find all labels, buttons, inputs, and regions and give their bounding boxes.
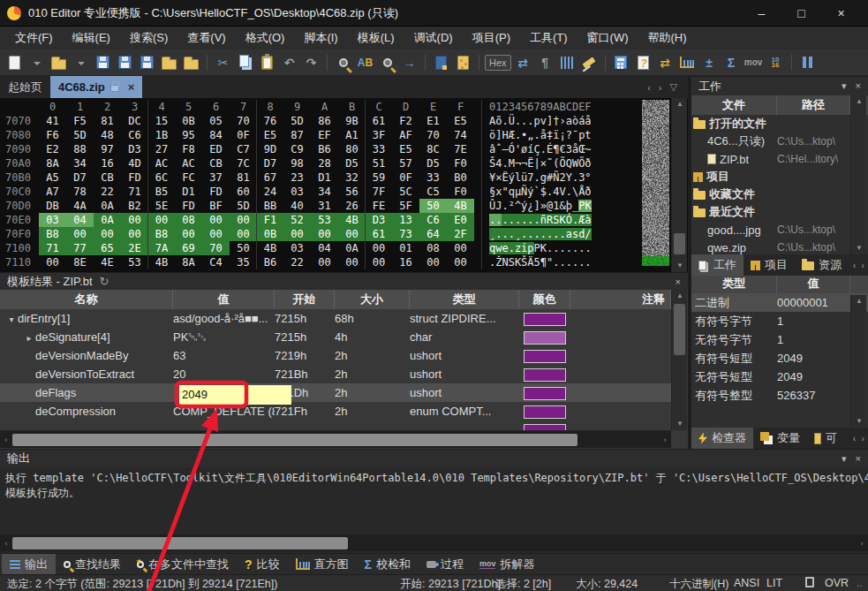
field-value[interactable] [173,421,275,430]
status-charset[interactable]: ANSI [734,577,759,589]
hex-byte[interactable]: 81 [230,170,257,185]
hex-byte[interactable]: B2 [121,199,148,213]
hex-byte[interactable]: 28 [311,156,338,170]
hex-byte[interactable]: AF [392,128,419,142]
hex-byte[interactable]: 03 [39,213,66,227]
inspector-row-unsigned-short[interactable]: 无符号短型2049 [691,367,868,386]
hex-byte[interactable]: 8E [66,255,94,269]
new-file-button[interactable] [4,52,25,73]
template-col-5[interactable]: 颜色 [519,290,570,309]
hex-ascii[interactable]: ¸...¸.......asd/ [481,227,592,241]
cut-button[interactable]: ✂ [213,52,233,73]
hex-ascii[interactable]: ö]HÆ.•„.å‡ï¡?¯pt [481,128,592,142]
hex-row-70C0[interactable]: 70C0A7782271B5D1FD60240334567F5CC5F0§x"q… [0,185,688,199]
tree-item-open-file-zipbt[interactable]: ZIP.btC:\Hel...itory\ [691,150,868,168]
hex-byte[interactable]: 4B [256,241,283,255]
output-menu-icon[interactable]: ▾ [842,453,847,465]
hex-byte[interactable]: 00 [230,213,257,227]
tree-item-recent-files[interactable]: 最近文件 [691,203,868,221]
field-value[interactable]: PK␁␂ [173,328,275,346]
hex-byte[interactable]: 00 [175,227,202,241]
hex-row-70F0[interactable]: 70F0B8000000B80000000B0000006173642F¸...… [0,227,688,241]
dock-tab-scroll-left-icon[interactable]: ‹ [853,433,857,443]
find-in-files-button[interactable] [377,52,397,73]
hex-byte[interactable]: D3 [365,213,392,227]
hex-byte[interactable]: 00 [94,227,121,241]
hex-byte[interactable]: 98 [283,156,311,170]
maximize-button[interactable]: □ [781,6,821,20]
work-tab-project[interactable]: 项目 [743,254,795,276]
hex-byte[interactable]: 84 [202,128,230,142]
bottom-tab-process[interactable]: 过程 [419,554,472,574]
tree-item-project[interactable]: 项目 [691,168,868,186]
hex-byte[interactable]: FD [121,170,148,185]
status-endianness[interactable]: LIT [766,577,782,589]
hex-byte[interactable]: 71 [39,241,66,255]
hex-byte[interactable]: 41 [39,114,66,128]
hex-byte[interactable]: C6 [121,128,148,142]
close-button[interactable]: × [821,6,861,20]
hex-byte[interactable]: D1 [311,170,338,185]
hex-byte[interactable]: 00 [202,227,230,241]
undo-button[interactable]: ↶ [279,52,299,73]
hex-byte[interactable]: F0 [447,156,474,170]
hex-byte[interactable]: 26 [338,199,366,213]
field-color-swatch[interactable] [524,405,566,419]
hex-byte[interactable]: F1 [256,213,283,227]
hex-byte[interactable]: F0 [447,185,474,199]
hex-byte[interactable]: B0 [447,170,474,185]
tab-start-page[interactable]: 起始页 [0,76,50,98]
hex-byte[interactable]: D7 [66,170,94,185]
hex-byte[interactable]: 00 [39,255,66,269]
base-converter-button[interactable]: 1016 [766,52,786,73]
work-menu-icon[interactable]: ▾ [842,80,847,92]
work-file-tree[interactable]: 打开的文件4C6...只读)C:\Us...ktop\ZIP.btC:\Hel.… [691,115,868,254]
field-color-swatch[interactable] [524,387,566,400]
field-color-swatch[interactable] [524,424,566,430]
inspector-col-0[interactable]: 类型 [691,274,777,293]
save-all-button[interactable] [137,52,157,73]
hex-byte[interactable]: BB [256,199,283,213]
hex-byte[interactable]: FD [202,185,230,199]
template-col-1[interactable]: 值 [173,290,275,309]
expander-icon[interactable]: ▾ [5,310,18,328]
bottom-tab-checksum[interactable]: Σ校检和 [357,554,419,574]
scroll-up-icon[interactable]: ▲ [851,295,867,307]
hex-editor[interactable]: 0123456789ABCDEF0123456789ABCDEF 707041F… [0,98,688,272]
hex-byte[interactable]: 87 [283,128,311,142]
hex-byte[interactable]: CB [202,156,230,170]
hex-byte[interactable]: 0A [94,199,121,213]
hex-byte[interactable]: 37 [202,170,230,185]
hex-byte[interactable]: 0A [94,213,121,227]
template-row-partial-row[interactable] [0,421,671,430]
template-row-designature[interactable]: ▸deSignature[4]PK␁␂7215h4hchar [0,328,671,346]
hex-byte[interactable]: 70 [230,114,257,128]
hex-byte[interactable]: 4B [338,213,366,227]
expander-icon[interactable]: ▸ [23,329,35,346]
template-table[interactable]: 名称值开始大小类型颜色注释▾dirEntry[1]asd/good-å·²å■■… [0,290,671,430]
hex-byte[interactable]: CB [94,170,121,185]
hex-byte[interactable]: 0B [175,114,202,128]
hex-byte[interactable]: 00 [419,255,447,269]
hex-byte[interactable]: 00 [147,213,175,227]
hex-byte[interactable]: 00 [121,213,148,227]
template-row-deflags[interactable]: deFlags721Dh2hushort [0,383,671,402]
hex-byte[interactable]: D5 [419,156,447,170]
edit-as-button[interactable]: ⇄ [513,52,533,73]
hex-byte[interactable]: F8 [175,142,202,156]
hex-byte[interactable]: 32 [338,170,366,185]
hex-byte[interactable]: 6C [147,170,175,185]
hex-byte[interactable]: 67 [256,170,283,185]
new-file-menu-button[interactable] [26,52,47,73]
hex-byte[interactable]: B8 [147,227,175,241]
file-minimap[interactable] [642,100,669,266]
hex-byte[interactable]: 2F [447,227,474,241]
file-properties-button[interactable] [633,52,653,73]
calculator-button[interactable] [611,52,631,73]
tree-item-open-file-4c68[interactable]: 4C6...只读)C:\Us...ktop\ [691,133,868,150]
status-base-mode[interactable]: 十六进制(H) [669,577,728,591]
hex-row-7070[interactable]: 707041F581DC150B0570765D869B61F2E1E5Aõ.Ü… [0,114,688,128]
hex-byte[interactable]: 5F [392,199,419,213]
hex-byte[interactable]: 03 [283,241,311,255]
goto-button[interactable]: → [399,52,419,73]
